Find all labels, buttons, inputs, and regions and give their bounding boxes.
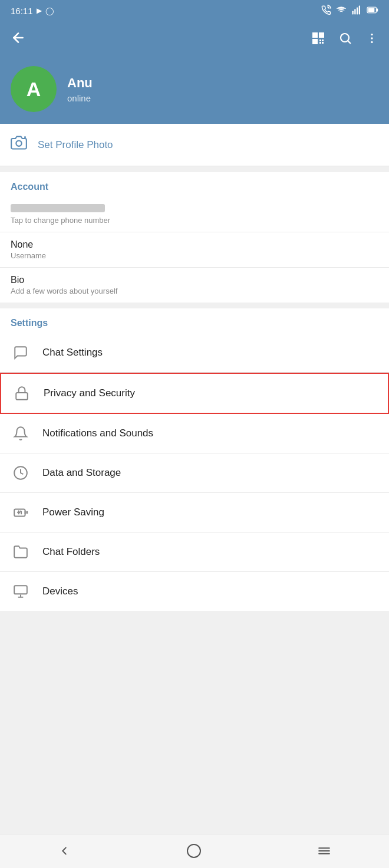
menu-item-chat-folders[interactable]: Chat Folders [0,532,389,572]
back-button[interactable] [11,30,26,50]
username-value: None [11,239,378,250]
svg-rect-18 [319,42,321,44]
svg-point-25 [16,141,21,146]
folder-icon [11,542,31,562]
svg-rect-37 [14,586,27,594]
chat-settings-label: Chat Settings [42,347,103,359]
devices-label: Devices [42,586,78,597]
time-display: 16:11 [11,6,33,16]
svg-rect-28 [16,393,28,400]
power-saving-label: Power Saving [42,507,104,518]
devices-icon [11,581,31,601]
bell-icon [11,423,31,443]
profile-name: Anu [67,75,93,91]
svg-rect-1 [354,9,355,14]
profile-info: Anu online [67,75,93,103]
search-button[interactable] [338,31,352,48]
svg-point-24 [371,41,372,43]
svg-point-22 [371,34,372,35]
camera-icon [11,134,27,155]
settings-section-header: Settings [0,308,389,333]
chat-icon [11,343,31,363]
status-bar: 16:11 ▶ ◯ [0,0,389,21]
svg-point-23 [371,37,372,39]
menu-item-data-storage[interactable]: Data and Storage [0,453,389,493]
lock-icon [12,383,32,403]
avatar-initial: A [27,78,41,101]
clock-icon [11,463,31,483]
svg-rect-19 [322,42,324,44]
bio-title: Bio [11,275,378,285]
nav-back-button[interactable] [58,844,71,857]
svg-rect-5 [377,8,378,11]
notifications-label: Notifications and Sounds [42,428,153,439]
whatsapp-icon: ◯ [45,6,54,15]
sim-icon: ▶ [37,6,42,15]
set-profile-photo-row[interactable]: Set Profile Photo [0,124,389,166]
svg-rect-2 [357,7,358,14]
separator-1 [0,166,389,172]
signal-icon [351,5,362,17]
svg-point-20 [341,34,349,42]
avatar: A [11,66,57,112]
phone-number-blurred [11,204,105,212]
menu-item-privacy-security[interactable]: Privacy and Security [0,373,389,414]
profile-status: online [67,93,93,103]
chat-folders-label: Chat Folders [42,546,100,558]
username-item[interactable]: None Username [0,232,389,268]
account-section-header: Account [0,172,389,197]
app-bar-actions [311,31,378,48]
phone-number-item[interactable]: Tap to change phone number [0,197,389,232]
svg-line-21 [348,41,351,44]
call-icon [321,5,331,17]
privacy-security-label: Privacy and Security [44,387,135,399]
svg-rect-12 [314,34,316,36]
menu-item-devices[interactable]: Devices [0,572,389,611]
nav-recents-button[interactable] [317,845,331,857]
account-section: Account Tap to change phone number None … [0,172,389,303]
nav-home-button[interactable] [187,844,201,858]
svg-rect-7 [368,8,375,12]
power-saving-icon [11,502,31,522]
svg-rect-16 [319,40,321,41]
phone-number-sub: Tap to change phone number [11,216,378,225]
menu-item-notifications[interactable]: Notifications and Sounds [0,414,389,453]
data-storage-label: Data and Storage [42,467,121,479]
settings-section: Settings Chat Settings Privacy and Secur… [0,308,389,611]
svg-rect-0 [352,11,354,14]
wifi-icon [336,5,347,17]
menu-item-chat-settings[interactable]: Chat Settings [0,333,389,373]
status-time: 16:11 ▶ ◯ [11,6,54,16]
menu-item-power-saving[interactable]: Power Saving [0,493,389,532]
home-circle [187,844,201,858]
bottom-nav [0,834,389,868]
svg-rect-14 [314,41,316,42]
more-options-button[interactable] [365,32,378,47]
status-icons [321,5,378,17]
set-photo-label: Set Profile Photo [38,139,113,151]
svg-rect-13 [321,34,322,36]
svg-rect-3 [359,5,360,14]
app-bar [0,21,389,58]
battery-icon [367,6,378,16]
username-label: Username [11,251,378,260]
qr-code-button[interactable] [311,31,325,48]
profile-section: A Anu online [0,58,389,124]
bio-item[interactable]: Bio Add a few words about yourself [0,268,389,303]
svg-rect-17 [322,40,324,41]
bio-sub: Add a few words about yourself [11,287,378,295]
separator-2 [0,303,389,308]
